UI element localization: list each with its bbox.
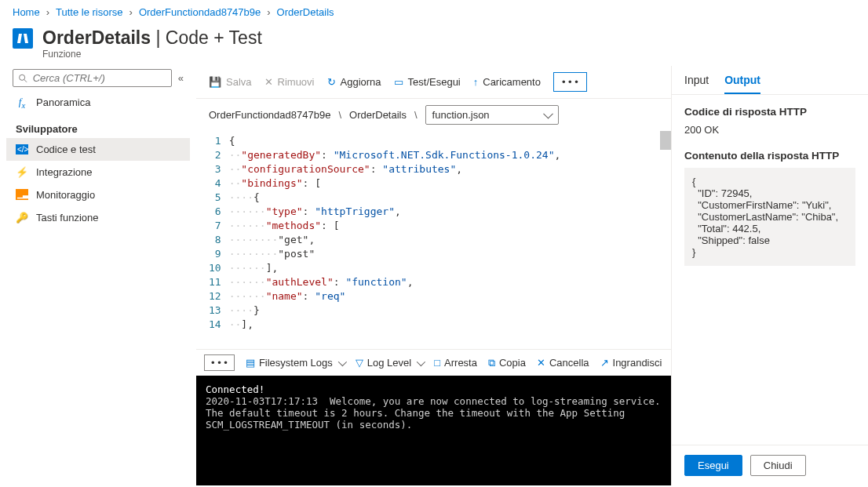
nav-overview[interactable]: fx Panoramica — [6, 90, 190, 115]
expand-button[interactable]: ↗ Ingrandisci — [600, 357, 662, 369]
code-editor[interactable]: 1234567891011121314 { ··"generatedBy": "… — [196, 131, 671, 349]
nav-function-keys[interactable]: 🔑 Tasti funzione — [6, 206, 190, 229]
page-title: OrderDetails | Code + Test — [42, 27, 262, 49]
page-subtitle: Funzione — [0, 49, 868, 60]
code-icon: </> — [16, 144, 28, 154]
nav-monitoring[interactable]: ▁▃ Monitoraggio — [6, 184, 190, 206]
chevron-right-icon: › — [129, 6, 133, 18]
breadcrumb-item[interactable]: Home — [13, 6, 40, 18]
tab-output[interactable]: Output — [724, 74, 760, 94]
search-icon — [18, 73, 28, 84]
lightning-icon: ⚡ — [16, 166, 28, 178]
path-segment: OrderFunctiondad8747b9e — [209, 109, 330, 121]
more-button[interactable]: • • • — [553, 72, 587, 92]
panel-tabs: Input Output — [672, 66, 868, 95]
ellipsis-icon: • • • — [211, 357, 228, 369]
monitor-icon: ▁▃ — [16, 189, 28, 200]
logs-icon: ▤ — [246, 357, 255, 369]
function-icon — [13, 28, 33, 49]
refresh-icon: ↻ — [327, 76, 336, 88]
breadcrumb-item[interactable]: OrderDetails — [277, 6, 334, 18]
refresh-button[interactable]: ↻ Aggiorna — [327, 76, 381, 88]
tab-input[interactable]: Input — [684, 74, 709, 94]
log-toolbar: • • • ▤ Filesystem Logs ▽ Log Level □ Ar… — [196, 349, 671, 376]
chevron-right-icon: › — [267, 6, 270, 18]
breadcrumb-item[interactable]: OrderFunctiondad8747b9e — [139, 6, 261, 18]
svg-point-0 — [20, 75, 25, 80]
test-icon: ▭ — [394, 76, 403, 88]
response-content-value: { "ID": 72945, "CustomerFirstName": "Yuk… — [684, 168, 855, 266]
copy-button[interactable]: ⧉ Copia — [488, 357, 526, 369]
breadcrumb-item[interactable]: Tutte le risorse — [56, 6, 123, 18]
overview-icon: fx — [16, 96, 28, 110]
test-panel: Input Output Codice di risposta HTTP 200… — [672, 66, 868, 485]
clear-icon: ✕ — [537, 357, 545, 369]
collapse-sidebar-button[interactable]: « — [178, 72, 184, 84]
chevron-right-icon: › — [46, 6, 49, 18]
log-console[interactable]: Connected! 2020-11-03T17:17:13 Welcome, … — [196, 376, 671, 485]
copy-icon: ⧉ — [488, 357, 495, 369]
chevron-down-icon — [338, 357, 347, 365]
file-select[interactable]: function.json — [425, 105, 559, 125]
clear-button[interactable]: ✕ Cancella — [537, 357, 589, 369]
upload-icon: ↑ — [473, 76, 479, 88]
vertical-scrollbar[interactable] — [660, 131, 671, 150]
response-code-label: Codice di risposta HTTP — [684, 106, 855, 118]
key-icon: 🔑 — [16, 212, 28, 224]
page-header: OrderDetails | Code + Test — [0, 24, 868, 49]
test-run-button[interactable]: ▭ Test/Esegui — [394, 76, 461, 88]
remove-button[interactable]: ✕ Rimuovi — [264, 76, 315, 88]
breadcrumb: Home › Tutte le risorse › OrderFunctiond… — [0, 0, 868, 24]
filesystem-logs-select[interactable]: ▤ Filesystem Logs — [246, 357, 345, 369]
close-button[interactable]: Chiudi — [750, 455, 806, 476]
nav-integration[interactable]: ⚡ Integrazione — [6, 161, 190, 184]
sidebar: « fx Panoramica Sviluppatore </> Codice … — [0, 66, 196, 485]
code-content[interactable]: { ··"generatedBy": "Microsoft.NET.Sdk.Fu… — [229, 131, 671, 349]
file-path-bar: OrderFunctiondad8747b9e \ OrderDetails \… — [196, 99, 671, 131]
expand-icon: ↗ — [600, 357, 609, 369]
svg-line-1 — [24, 79, 27, 82]
nav-section-label: Sviluppatore — [6, 115, 190, 138]
response-code-value: 200 OK — [684, 124, 855, 136]
filter-icon: ▽ — [356, 357, 363, 369]
ellipsis-icon: • • • — [562, 76, 578, 88]
stop-icon: □ — [434, 357, 440, 369]
save-icon: 💾 — [209, 76, 221, 88]
chevron-down-icon — [417, 357, 425, 365]
stop-button[interactable]: □ Arresta — [434, 357, 477, 369]
path-segment: OrderDetails — [349, 109, 407, 121]
upload-button[interactable]: ↑ Caricamento — [473, 76, 541, 88]
run-button[interactable]: Esegui — [684, 455, 742, 476]
line-gutter: 1234567891011121314 — [196, 131, 229, 349]
log-level-select[interactable]: ▽ Log Level — [356, 357, 423, 369]
search-input[interactable] — [13, 69, 172, 87]
save-button[interactable]: 💾 Salva — [209, 76, 252, 88]
remove-icon: ✕ — [264, 76, 273, 88]
nav-code-test[interactable]: </> Codice e test — [6, 138, 190, 161]
response-content-label: Contenuto della risposta HTTP — [684, 150, 855, 162]
log-more-button[interactable]: • • • — [204, 354, 235, 371]
editor-toolbar: 💾 Salva ✕ Rimuovi ↻ Aggiorna ▭ Test/Eseg… — [196, 66, 671, 99]
